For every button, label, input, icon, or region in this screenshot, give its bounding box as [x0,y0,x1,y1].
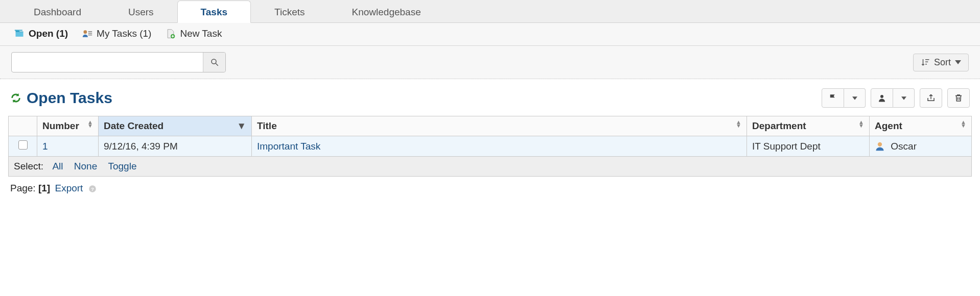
subnav-open-label: Open (1) [29,28,68,39]
search-icon [210,58,219,67]
user-list-icon [82,29,92,39]
subnav-mytasks-label: My Tasks (1) [97,28,151,39]
task-number-link[interactable]: 1 [42,141,48,152]
flag-icon [828,93,837,103]
col-checkbox [9,116,37,136]
new-file-icon [166,29,176,39]
task-title-link[interactable]: Important Task [257,141,320,152]
col-number-label: Number [42,120,79,131]
task-agent: Oscar [891,141,917,152]
assign-dropdown[interactable] [893,88,915,108]
refresh-icon[interactable] [10,92,21,104]
caret-down-icon [901,96,906,100]
svg-point-6 [212,59,216,64]
svg-rect-3 [88,33,92,34]
subnav-mytasks[interactable]: My Tasks (1) [82,28,151,39]
sort-both-icon: ▲▼ [858,120,864,128]
subnav-open[interactable]: Open (1) [14,28,68,39]
subnav-newtask[interactable]: New Task [166,28,222,39]
sort-icon [921,58,930,67]
svg-line-7 [216,63,218,66]
svg-point-1 [84,30,87,34]
col-agent-label: Agent [875,120,902,131]
sort-button[interactable]: Sort [913,54,969,71]
search-wrap [11,52,226,72]
search-button[interactable] [203,53,225,72]
pager: Page: [1] Export ? [0,177,980,200]
row-checkbox[interactable] [18,140,28,150]
col-number[interactable]: Number ▲▼ [37,116,99,136]
sort-both-icon: ▲▼ [87,120,93,128]
delete-button[interactable] [947,88,970,108]
col-date-label: Date Created [104,120,164,131]
svg-rect-4 [88,35,92,36]
col-agent[interactable]: Agent ▲▼ [870,116,972,136]
transfer-button[interactable] [920,88,942,108]
svg-rect-2 [88,31,92,32]
select-toggle[interactable]: Toggle [108,161,136,171]
select-none[interactable]: None [74,161,97,171]
sort-both-icon: ▲▼ [736,120,741,128]
flag-button[interactable] [822,88,844,108]
tab-tickets[interactable]: Tickets [251,1,328,23]
pager-current: 1 [41,183,47,193]
tab-knowledgebase[interactable]: Knowledgebase [329,1,445,23]
search-input[interactable] [12,53,203,72]
svg-point-11 [880,95,883,98]
flag-dropdown[interactable] [844,88,866,108]
help-icon[interactable]: ? [88,184,97,193]
assign-button[interactable] [871,88,893,108]
trash-icon [954,93,963,103]
folder-stack-icon [14,29,25,39]
tab-users[interactable]: Users [105,1,177,23]
tasks-subnav: Open (1) My Tasks (1) New Task [0,23,980,46]
svg-point-12 [878,142,882,146]
task-department: IT Support Dept [752,141,821,152]
user-icon [877,93,886,103]
svg-rect-0 [15,30,22,31]
col-title-label: Title [257,120,277,131]
flag-group [822,88,866,108]
page-title: Open Tasks [10,89,112,107]
table-row[interactable]: 1 9/12/16, 4:39 PM Important Task IT Sup… [9,136,972,157]
search-bar-row: Sort [0,46,980,79]
col-title[interactable]: Title ▲▼ [252,116,747,136]
col-date[interactable]: Date Created ▼ [99,116,252,136]
select-row: Select: All None Toggle [8,157,972,177]
caret-down-icon [955,60,961,64]
tasks-table: Number ▲▼ Date Created ▼ Title ▲▼ Depart… [8,116,972,157]
page-title-text: Open Tasks [27,89,112,107]
col-department[interactable]: Department ▲▼ [747,116,870,136]
pager-label: Page: [10,183,36,193]
tab-tasks[interactable]: Tasks [177,1,251,23]
task-date: 9/12/16, 4:39 PM [104,141,178,152]
svg-text:?: ? [91,186,94,192]
title-actions [822,88,970,108]
sort-label: Sort [934,57,951,68]
select-label: Select: [14,161,43,171]
title-row: Open Tasks [0,79,980,113]
col-department-label: Department [752,120,806,131]
main-tabs: Dashboard Users Tasks Tickets Knowledgeb… [0,0,980,23]
subnav-newtask-label: New Task [180,28,222,39]
tab-dashboard[interactable]: Dashboard [10,1,105,23]
caret-down-icon: ▼ [237,120,246,132]
agent-avatar-icon [875,141,885,152]
export-link[interactable]: Export [55,183,83,193]
sort-both-icon: ▲▼ [961,120,966,128]
assign-group [871,88,915,108]
select-all[interactable]: All [52,161,63,171]
share-icon [926,93,936,103]
caret-down-icon [852,96,857,100]
